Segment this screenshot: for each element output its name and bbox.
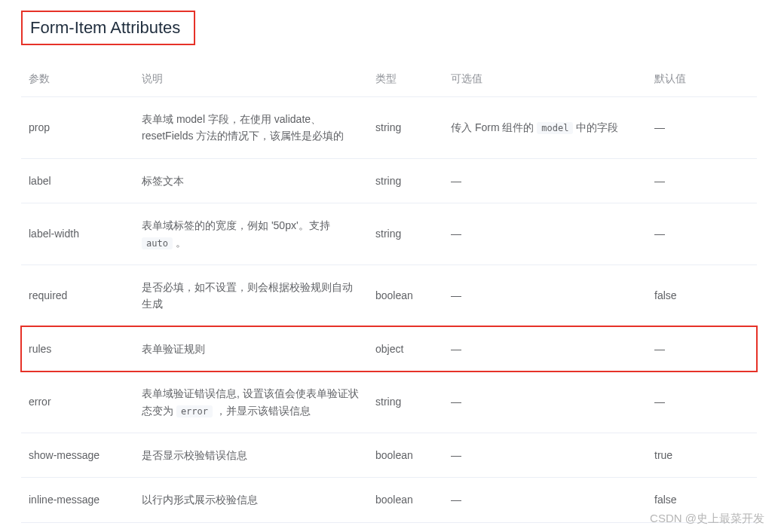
cell-param: prop bbox=[21, 97, 134, 159]
cell-options: — bbox=[443, 326, 647, 371]
table-row: show-message 是否显示校验错误信息 boolean — true bbox=[21, 433, 757, 477]
cell-default: true bbox=[647, 433, 757, 477]
cell-type: string bbox=[368, 522, 443, 532]
cell-type: object bbox=[368, 326, 443, 371]
cell-desc: 标签文本 bbox=[134, 158, 368, 203]
cell-options: — bbox=[443, 203, 647, 265]
cell-default: — bbox=[647, 97, 757, 159]
cell-type: string bbox=[368, 97, 443, 159]
section-title: Form-Item Attributes bbox=[30, 18, 180, 38]
cell-default: — bbox=[647, 158, 757, 203]
cell-options: — bbox=[443, 158, 647, 203]
cell-param: required bbox=[21, 264, 134, 326]
watermark: CSDN @史上最菜开发 bbox=[650, 512, 764, 526]
section-title-box: Form-Item Attributes bbox=[21, 11, 195, 45]
th-desc: 说明 bbox=[134, 62, 368, 97]
cell-type: boolean bbox=[368, 478, 443, 522]
cell-default: — bbox=[647, 326, 757, 371]
table-header-row: 参数 说明 类型 可选值 默认值 bbox=[21, 62, 757, 97]
cell-options: 传入 Form 组件的 model 中的字段 bbox=[443, 97, 647, 159]
cell-param: inline-message bbox=[21, 478, 134, 522]
cell-desc: 表单域验证错误信息, 设置该值会使表单验证状态变为 error ，并显示该错误信… bbox=[134, 371, 368, 433]
code-model: model bbox=[537, 122, 573, 134]
cell-options: — bbox=[443, 433, 647, 477]
cell-default: — bbox=[647, 203, 757, 265]
th-param: 参数 bbox=[21, 62, 134, 97]
cell-type: string bbox=[368, 203, 443, 265]
cell-param: label-width bbox=[21, 203, 134, 265]
table-row: prop 表单域 model 字段，在使用 validate、resetFiel… bbox=[21, 97, 757, 159]
cell-desc: 表单验证规则 bbox=[134, 326, 368, 371]
cell-type: string bbox=[368, 371, 443, 433]
cell-param: rules bbox=[21, 326, 134, 371]
cell-param: error bbox=[21, 371, 134, 433]
table-row: label-width 表单域标签的的宽度，例如 '50px'。支持 auto … bbox=[21, 203, 757, 265]
cell-desc: 用于控制该表单域下组件的尺寸 bbox=[134, 522, 368, 532]
cell-type: boolean bbox=[368, 264, 443, 326]
cell-desc: 以行内形式展示校验信息 bbox=[134, 478, 368, 522]
cell-desc: 是否必填，如不设置，则会根据校验规则自动生成 bbox=[134, 264, 368, 326]
cell-desc: 是否显示校验错误信息 bbox=[134, 433, 368, 477]
th-options: 可选值 bbox=[443, 62, 647, 97]
table-row: required 是否必填，如不设置，则会根据校验规则自动生成 boolean … bbox=[21, 264, 757, 326]
cell-options: — bbox=[443, 371, 647, 433]
table-row: inline-message 以行内形式展示校验信息 boolean — fal… bbox=[21, 478, 757, 522]
table-row: label 标签文本 string — — bbox=[21, 158, 757, 203]
code-auto: auto bbox=[142, 237, 173, 249]
cell-options: — bbox=[443, 478, 647, 522]
cell-options: — bbox=[443, 264, 647, 326]
cell-param: label bbox=[21, 158, 134, 203]
th-default: 默认值 bbox=[647, 62, 757, 97]
cell-desc: 表单域 model 字段，在使用 validate、resetFields 方法… bbox=[134, 97, 368, 159]
cell-options: medium / small / mini bbox=[443, 522, 647, 532]
table-row: error 表单域验证错误信息, 设置该值会使表单验证状态变为 error ，并… bbox=[21, 371, 757, 433]
code-error: error bbox=[176, 405, 213, 417]
cell-param: size bbox=[21, 522, 134, 532]
cell-desc: 表单域标签的的宽度，例如 '50px'。支持 auto 。 bbox=[134, 203, 368, 265]
attributes-table: 参数 说明 类型 可选值 默认值 prop 表单域 model 字段，在使用 v… bbox=[21, 62, 757, 532]
table-row: size 用于控制该表单域下组件的尺寸 string medium / smal… bbox=[21, 522, 757, 532]
th-type: 类型 bbox=[368, 62, 443, 97]
cell-default: — bbox=[647, 371, 757, 433]
table-row-highlighted: rules 表单验证规则 object — — bbox=[21, 326, 757, 371]
cell-param: show-message bbox=[21, 433, 134, 477]
cell-type: string bbox=[368, 158, 443, 203]
cell-default: false bbox=[647, 264, 757, 326]
cell-type: boolean bbox=[368, 433, 443, 477]
